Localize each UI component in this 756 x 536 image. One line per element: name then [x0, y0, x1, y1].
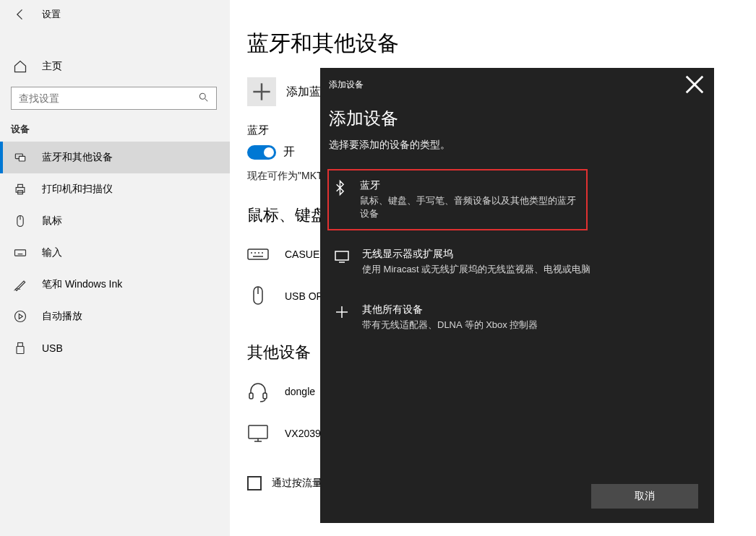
sidebar-item-pen[interactable]: 笔和 Windows Ink	[0, 269, 230, 301]
mouse-device-icon	[247, 285, 269, 307]
svg-rect-30	[249, 425, 267, 438]
svg-point-15	[15, 311, 26, 322]
plus-icon	[333, 303, 351, 321]
device-name: dongle	[285, 386, 315, 397]
sidebar-item-label: 自动播放	[42, 310, 82, 323]
bluetooth-devices-icon	[13, 150, 27, 165]
sidebar-item-usb[interactable]: USB	[0, 332, 230, 364]
app-title: 设置	[42, 8, 61, 21]
dialog-titlebar-text: 添加设备	[329, 79, 364, 91]
printer-icon	[13, 182, 27, 196]
option-title: 蓝牙	[360, 179, 583, 192]
headset-icon	[247, 381, 269, 402]
metered-checkbox[interactable]	[247, 476, 262, 490]
option-desc: 带有无线适配器、DLNA 等的 Xbox 控制器	[362, 319, 538, 332]
arrow-left-icon	[13, 7, 27, 22]
option-everything-else[interactable]: 其他所有设备 带有无线适配器、DLNA 等的 Xbox 控制器	[329, 293, 705, 342]
option-wireless-display[interactable]: 无线显示器或扩展坞 使用 Miracast 或无线扩展坞的无线监视器、电视或电脑	[329, 238, 705, 286]
page-title: 蓝牙和其他设备	[247, 29, 739, 59]
display-icon	[333, 248, 351, 265]
plus-icon	[247, 77, 276, 106]
sidebar-item-label: USB	[42, 342, 63, 354]
sidebar-item-autoplay[interactable]: 自动播放	[0, 301, 230, 332]
option-title: 其他所有设备	[362, 303, 538, 316]
sidebar: 设置 主页 设备 蓝牙和其他设备 打印机和扫描仪	[0, 0, 230, 536]
svg-rect-29	[263, 393, 267, 399]
svg-rect-20	[248, 249, 268, 259]
bluetooth-icon	[332, 179, 348, 196]
search-box[interactable]	[11, 87, 217, 110]
sidebar-item-label: 笔和 Windows Ink	[42, 278, 122, 291]
sidebar-item-mouse[interactable]: 鼠标	[0, 205, 230, 237]
option-desc: 使用 Miracast 或无线扩展坞的无线监视器、电视或电脑	[362, 263, 590, 276]
dialog-heading: 添加设备	[329, 107, 705, 130]
back-button[interactable]	[13, 7, 27, 22]
svg-rect-28	[249, 393, 253, 399]
svg-point-0	[199, 93, 205, 99]
sidebar-item-label: 打印机和扫描仪	[42, 183, 113, 196]
dialog-subtitle: 选择要添加的设备的类型。	[329, 139, 705, 152]
dialog-close-button[interactable]	[684, 74, 705, 95]
home-icon	[13, 59, 27, 74]
cancel-button[interactable]: 取消	[591, 484, 698, 509]
svg-rect-35	[335, 251, 348, 260]
mouse-icon	[13, 214, 27, 228]
svg-point-23	[258, 252, 259, 254]
svg-rect-4	[16, 188, 25, 193]
svg-point-24	[262, 252, 263, 254]
monitor-icon	[247, 423, 269, 444]
svg-rect-3	[19, 156, 25, 161]
home-nav[interactable]: 主页	[0, 52, 230, 81]
metered-label: 通过按流量	[272, 477, 322, 490]
keyboard-device-icon	[247, 243, 269, 265]
sidebar-category-label: 设备	[0, 110, 230, 142]
svg-rect-9	[15, 250, 26, 256]
search-input[interactable]	[19, 92, 199, 104]
svg-point-22	[254, 252, 256, 254]
add-device-dialog: 添加设备 添加设备 选择要添加的设备的类型。 蓝牙 鼠标、键盘、手写笔、音频设备…	[320, 68, 714, 523]
svg-rect-17	[17, 347, 24, 354]
svg-point-21	[251, 252, 252, 254]
toggle-state-label: 开	[283, 144, 295, 160]
bluetooth-toggle[interactable]	[247, 145, 276, 160]
sidebar-item-typing[interactable]: 输入	[0, 237, 230, 269]
sidebar-item-bluetooth[interactable]: 蓝牙和其他设备	[0, 142, 230, 173]
option-bluetooth[interactable]: 蓝牙 鼠标、键盘、手写笔、音频设备以及其他类型的蓝牙设备	[327, 169, 588, 230]
sidebar-item-label: 输入	[42, 246, 62, 259]
svg-line-1	[205, 98, 208, 101]
close-icon	[684, 74, 705, 95]
autoplay-icon	[13, 309, 27, 324]
home-label: 主页	[42, 60, 62, 73]
add-device-button[interactable]	[247, 77, 276, 106]
sidebar-item-printers[interactable]: 打印机和扫描仪	[0, 173, 230, 205]
sidebar-item-label: 蓝牙和其他设备	[42, 151, 113, 164]
svg-rect-16	[18, 343, 23, 347]
search-icon	[199, 92, 209, 105]
svg-rect-5	[18, 184, 23, 187]
option-title: 无线显示器或扩展坞	[362, 248, 590, 261]
usb-icon	[13, 341, 27, 355]
sidebar-item-label: 鼠标	[42, 215, 62, 228]
pen-icon	[13, 277, 27, 292]
option-desc: 鼠标、键盘、手写笔、音频设备以及其他类型的蓝牙设备	[360, 194, 583, 220]
keyboard-icon	[13, 246, 27, 260]
